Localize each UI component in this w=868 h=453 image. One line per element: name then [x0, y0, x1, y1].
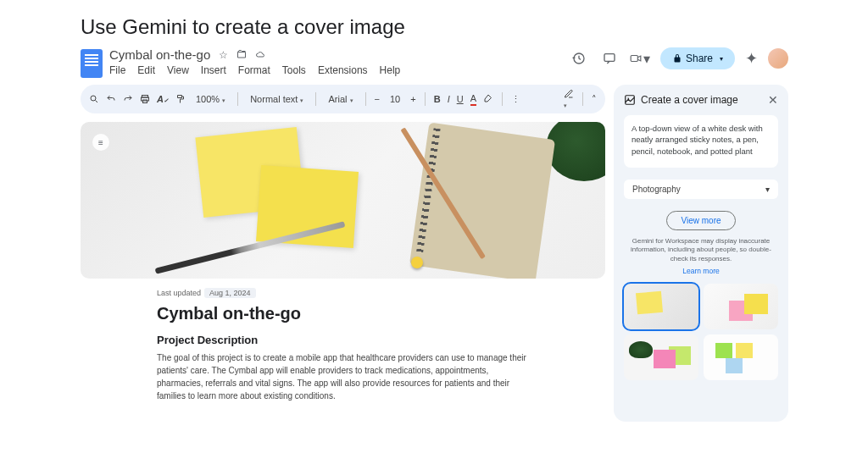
document-heading-2[interactable]: Project Description — [157, 334, 529, 346]
menu-tools[interactable]: Tools — [282, 64, 306, 76]
search-icon[interactable] — [89, 94, 99, 104]
underline-button[interactable]: U — [457, 94, 464, 104]
docs-app: Cymbal on-the-go ☆ File Edit View Insert… — [0, 47, 788, 422]
thumbnail-option-3[interactable] — [624, 334, 698, 380]
thumbnail-option-4[interactable] — [704, 334, 778, 380]
menu-insert[interactable]: Insert — [201, 64, 226, 76]
document-heading-1[interactable]: Cymbal on-the-go — [157, 304, 529, 323]
format-paint-icon[interactable] — [175, 94, 186, 104]
lock-icon — [672, 53, 682, 64]
main-area: A✓ 100% ▾ Normal text ▾ Arial ▾ − 10 + B… — [81, 85, 788, 422]
learn-more-link[interactable]: Learn more — [624, 267, 778, 275]
close-icon[interactable]: ✕ — [768, 93, 778, 107]
cover-pen — [155, 221, 346, 273]
title-area: Cymbal on-the-go ☆ File Edit View Insert… — [109, 47, 562, 76]
menu-edit[interactable]: Edit — [137, 64, 155, 76]
font-size-input[interactable]: 10 — [387, 92, 403, 106]
generate-image-icon — [624, 94, 636, 106]
star-icon[interactable]: ☆ — [219, 49, 228, 61]
redo-icon[interactable] — [123, 94, 133, 104]
panel-title: Create a cover image — [641, 94, 738, 106]
disclaimer-text: Gemini for Workspace may display inaccur… — [624, 237, 778, 263]
menu-extensions[interactable]: Extensions — [318, 64, 368, 76]
thumbnail-option-2[interactable] — [704, 284, 778, 329]
svg-rect-1 — [631, 56, 637, 62]
font-decrease-button[interactable]: − — [375, 94, 380, 104]
edit-mode-button[interactable]: ▾ — [564, 89, 574, 109]
page-title: Use Gemini to create a cover image — [0, 0, 868, 47]
highlight-button[interactable] — [483, 94, 493, 104]
expand-icon[interactable]: ˄ — [592, 94, 597, 105]
meet-icon[interactable]: ▾ — [630, 48, 650, 69]
header-bar: Cymbal on-the-go ☆ File Edit View Insert… — [81, 47, 788, 81]
zoom-select[interactable]: 100% ▾ — [192, 92, 229, 106]
document-title[interactable]: Cymbal on-the-go — [109, 47, 210, 62]
text-color-button[interactable]: A — [470, 93, 476, 106]
docs-logo-icon[interactable] — [81, 49, 103, 78]
toolbar: A✓ 100% ▾ Normal text ▾ Arial ▾ − 10 + B… — [81, 85, 605, 113]
cover-menu-icon[interactable]: ≡ — [92, 134, 109, 151]
move-icon[interactable] — [236, 49, 247, 61]
menu-format[interactable]: Format — [238, 64, 270, 76]
gemini-icon[interactable]: ✦ — [745, 49, 758, 68]
gemini-side-panel: Create a cover image ✕ A top-down view o… — [614, 85, 788, 422]
menu-file[interactable]: File — [109, 64, 125, 76]
svg-point-2 — [91, 96, 96, 101]
cover-image[interactable]: ≡ — [81, 122, 605, 279]
svg-rect-0 — [604, 54, 615, 62]
document-content[interactable]: Last updatedAug 1, 2024 Cymbal on-the-go… — [81, 279, 605, 402]
date-chip[interactable]: Aug 1, 2024 — [204, 288, 256, 298]
style-select[interactable]: Photography ▾ — [624, 180, 778, 199]
comments-icon[interactable] — [599, 48, 620, 69]
thumbnail-option-1[interactable] — [624, 284, 698, 329]
cloud-status-icon[interactable] — [255, 49, 265, 61]
bold-button[interactable]: B — [434, 94, 441, 104]
last-updated: Last updatedAug 1, 2024 — [157, 289, 529, 297]
avatar[interactable] — [768, 48, 788, 69]
undo-icon[interactable] — [106, 94, 116, 104]
svg-rect-6 — [626, 96, 635, 105]
italic-button[interactable]: I — [448, 94, 450, 104]
font-select[interactable]: Arial ▾ — [325, 92, 356, 106]
view-more-button[interactable]: View more — [666, 211, 735, 230]
document-column: A✓ 100% ▾ Normal text ▾ Arial ▾ − 10 + B… — [81, 85, 605, 422]
share-label: Share — [686, 52, 713, 64]
spellcheck-icon[interactable]: A✓ — [157, 94, 169, 104]
print-icon[interactable] — [140, 94, 150, 104]
cover-thumbtack — [411, 257, 423, 268]
menu-bar: File Edit View Insert Format Tools Exten… — [109, 64, 562, 76]
menu-view[interactable]: View — [167, 64, 189, 76]
history-icon[interactable] — [569, 48, 589, 69]
thumbnail-grid — [624, 284, 778, 380]
document-page: ≡ Last updatedAug 1, 2024 Cymbal on-the-… — [81, 122, 605, 402]
header-actions: ▾ Share ▾ ✦ — [569, 47, 788, 69]
prompt-input[interactable]: A top-down view of a white desk with nea… — [624, 115, 778, 168]
menu-help[interactable]: Help — [380, 64, 401, 76]
more-icon[interactable]: ⋮ — [511, 94, 520, 105]
style-select[interactable]: Normal text ▾ — [247, 92, 307, 106]
document-body[interactable]: The goal of this project is to create a … — [157, 351, 529, 402]
share-button[interactable]: Share ▾ — [660, 47, 735, 69]
share-caret-icon[interactable]: ▾ — [720, 55, 723, 63]
chevron-down-icon: ▾ — [765, 185, 770, 194]
cover-plant — [546, 122, 605, 181]
font-increase-button[interactable]: + — [410, 94, 415, 104]
